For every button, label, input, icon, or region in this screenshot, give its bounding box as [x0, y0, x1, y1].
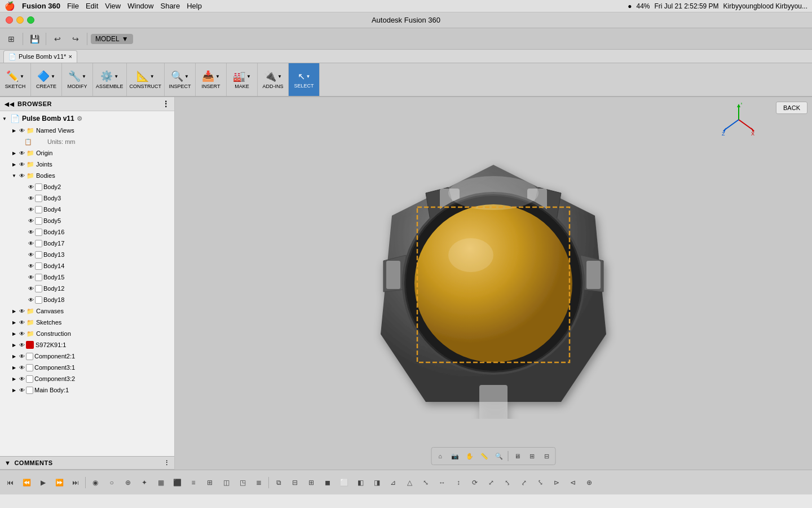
app-name[interactable]: Fusion 360	[22, 2, 60, 10]
bt-tool23[interactable]: ↕	[451, 475, 466, 491]
bt-tool8[interactable]: ⊞	[202, 475, 218, 491]
minimize-window-button[interactable]	[16, 16, 24, 24]
document-tab[interactable]: 📄 Pulse Bomb v11* ×	[3, 50, 77, 63]
browser-joints[interactable]: ▶ 👁 📁 Joints	[0, 159, 174, 170]
browser-body4[interactable]: 👁 Body4	[0, 204, 174, 215]
bt-tool5[interactable]: ▦	[153, 475, 169, 491]
traffic-lights[interactable]	[6, 16, 34, 24]
body17-checkbox[interactable]	[35, 240, 42, 247]
browser-component3a[interactable]: ▶ 👁 Component3:1	[0, 362, 174, 373]
body4-eye-icon[interactable]: 👁	[27, 207, 35, 213]
construction-eye-icon[interactable]: 👁	[18, 331, 26, 337]
vp-grid-button[interactable]: ⊞	[526, 449, 539, 463]
bt-tool16[interactable]: ⬜	[336, 475, 352, 491]
body5-checkbox[interactable]	[35, 217, 42, 225]
browser-mainbody[interactable]: ▶ 👁 Main Body:1	[0, 384, 174, 396]
joints-eye-icon[interactable]: 👁	[18, 161, 26, 168]
comp3b-checkbox[interactable]	[26, 375, 33, 383]
comp2-checkbox[interactable]	[26, 353, 33, 360]
canvases-eye-icon[interactable]: 👁	[18, 308, 26, 314]
vp-measure-button[interactable]: 📏	[478, 449, 491, 463]
body12-checkbox[interactable]	[35, 285, 42, 292]
construct-group[interactable]: 📐 ▼ CONSTRUCT	[127, 63, 165, 96]
body13-checkbox[interactable]	[35, 251, 42, 259]
bt-tool15[interactable]: ◼	[320, 475, 336, 491]
bt-tool26[interactable]: ⤣	[500, 475, 515, 491]
bt-tool17[interactable]: ◧	[352, 475, 368, 491]
bt-play-start[interactable]: ⏮	[2, 475, 18, 491]
body2-checkbox[interactable]	[35, 183, 42, 191]
bt-play-end[interactable]: ⏭	[68, 475, 83, 491]
menu-view[interactable]: View	[105, 2, 121, 10]
mainbody-eye-icon[interactable]: 👁	[18, 387, 26, 393]
menu-file[interactable]: File	[67, 2, 79, 10]
bt-tool18[interactable]: ◨	[369, 475, 385, 491]
bt-tool4[interactable]: ✦	[136, 475, 152, 491]
vp-camera-button[interactable]: 📷	[448, 449, 462, 463]
body18-eye-icon[interactable]: 👁	[27, 297, 35, 303]
inspect-group[interactable]: 🔍 ▼ INSPECT	[165, 63, 196, 96]
browser-body5[interactable]: 👁 Body5	[0, 215, 174, 226]
bt-tool6[interactable]: ⬛	[169, 475, 185, 491]
browser-body12[interactable]: 👁 Body12	[0, 283, 174, 294]
body16-eye-icon[interactable]: 👁	[27, 229, 35, 235]
menu-window[interactable]: Window	[127, 2, 153, 10]
back-button[interactable]: BACK	[776, 102, 807, 114]
sketches-eye-icon[interactable]: 👁	[18, 319, 26, 326]
body16-checkbox[interactable]	[35, 229, 42, 236]
origin-eye-icon[interactable]: 👁	[18, 150, 26, 156]
browser-sketches[interactable]: ▶ 👁 📁 Sketches	[0, 317, 174, 328]
vp-home-button[interactable]: ⌂	[434, 449, 447, 463]
body12-eye-icon[interactable]: 👁	[27, 286, 35, 292]
menu-help[interactable]: Help	[187, 2, 202, 10]
browser-body3[interactable]: 👁 Body3	[0, 192, 174, 204]
bt-tool10[interactable]: ◳	[235, 475, 250, 491]
comments-options-icon[interactable]: ⋮	[164, 459, 170, 467]
browser-component3b[interactable]: ▶ 👁 Component3:2	[0, 373, 174, 384]
bt-tool25[interactable]: ⤢	[483, 475, 499, 491]
create-group[interactable]: 🔷 ▼ CREATE	[31, 63, 62, 96]
browser-named-views[interactable]: ▶ 👁 📁 Named Views	[0, 125, 174, 136]
bt-tool12[interactable]: ⧉	[271, 475, 286, 491]
browser-body2[interactable]: 👁 Body2	[0, 181, 174, 192]
comp3b-eye-icon[interactable]: 👁	[18, 376, 26, 382]
maximize-window-button[interactable]	[27, 16, 34, 24]
body14-checkbox[interactable]	[35, 262, 42, 270]
menu-edit[interactable]: Edit	[86, 2, 98, 10]
bt-play-back[interactable]: ⏪	[19, 475, 34, 491]
bt-tool13[interactable]: ⊟	[287, 475, 303, 491]
tab-close-button[interactable]: ×	[68, 53, 72, 60]
body13-eye-icon[interactable]: 👁	[27, 252, 35, 258]
vp-display-button[interactable]: 🖥	[511, 449, 524, 463]
browser-collapse-button[interactable]: ◀◀	[5, 101, 14, 107]
browser-s972k91[interactable]: ▶ 👁 S972K91:1	[0, 339, 174, 351]
browser-body15[interactable]: 👁 Body15	[0, 271, 174, 283]
body4-checkbox[interactable]	[35, 206, 42, 213]
browser-canvases[interactable]: ▶ 👁 📁 Canvases	[0, 305, 174, 317]
browser-origin[interactable]: ▶ 👁 📁 Origin	[0, 147, 174, 159]
bt-tool9[interactable]: ◫	[218, 475, 234, 491]
bt-tool2[interactable]: ○	[104, 475, 120, 491]
browser-options-button[interactable]: ⋮	[162, 99, 170, 108]
save-button[interactable]: 💾	[27, 31, 42, 47]
bt-tool24[interactable]: ⟳	[467, 475, 483, 491]
bt-tool28[interactable]: ⤥	[532, 475, 548, 491]
viewport[interactable]: BACK Y X Z	[175, 97, 812, 470]
body18-checkbox[interactable]	[35, 296, 42, 304]
assemble-group[interactable]: ⚙️ ▼ ASSEMBLE	[93, 63, 127, 96]
model-mode-selector[interactable]: MODEL ▼	[91, 34, 133, 44]
bt-tool20[interactable]: △	[401, 475, 417, 491]
bt-tool14[interactable]: ⊞	[303, 475, 319, 491]
body15-eye-icon[interactable]: 👁	[27, 274, 35, 281]
bt-tool31[interactable]: ⊕	[581, 475, 597, 491]
user-account[interactable]: Kirbyyoungblood Kirbyyou...	[723, 2, 807, 10]
comments-toggle-icon[interactable]: ▼	[5, 459, 11, 466]
browser-body17[interactable]: 👁 Body17	[0, 238, 174, 249]
mainbody-checkbox[interactable]	[26, 387, 33, 394]
browser-root-item[interactable]: ▼ 📄 Pulse Bomb v11 ⚙	[0, 112, 174, 125]
browser-body14[interactable]: 👁 Body14	[0, 260, 174, 271]
comp3a-checkbox[interactable]	[26, 364, 33, 371]
bt-tool1[interactable]: ◉	[87, 475, 103, 491]
make-group[interactable]: 🏭 ▼ MAKE	[227, 63, 258, 96]
body14-eye-icon[interactable]: 👁	[27, 263, 35, 269]
